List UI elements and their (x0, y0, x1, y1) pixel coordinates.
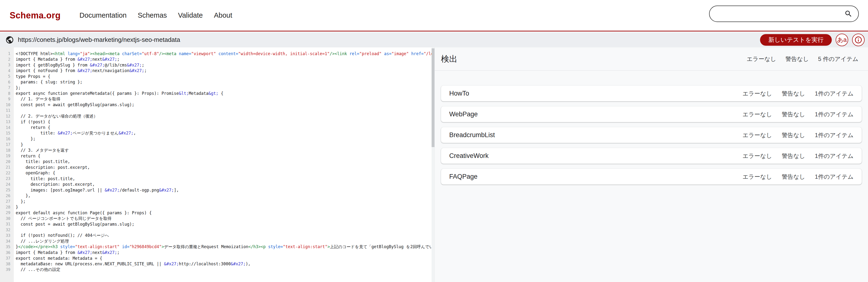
code-line: 6 params: { slug: string }; (0, 79, 432, 85)
toolbar-actions: 新しいテストを実行 あa (760, 32, 865, 48)
code-text: openGraph: { (14, 170, 55, 175)
run-new-test-button[interactable]: 新しいテストを実行 (760, 34, 832, 46)
line-number: 17 (0, 142, 14, 147)
code-text: export default async function Page({ par… (14, 210, 152, 215)
code-text: }; (14, 199, 26, 204)
nav-validate[interactable]: Validate (178, 11, 203, 19)
code-text: export const metadata: Metadata = { (14, 256, 102, 261)
info-button[interactable] (852, 34, 865, 46)
item-errors: エラーなし (742, 90, 772, 97)
code-text: import { getBlogBySlug } from &#x27;@/li… (14, 63, 144, 67)
line-number: 37 (0, 256, 14, 260)
code-line: 25 images: [post.ogImage?.url || &#x27;/… (0, 187, 432, 193)
code-text: // ...その他の設定 (14, 267, 60, 272)
code-text: <!DOCTYPE html><html lang="ja"><head><me… (14, 51, 432, 56)
code-text: title: post.title, (14, 176, 75, 181)
schema-org-logo[interactable]: Schema.org (10, 10, 61, 21)
line-number: 30 (0, 216, 14, 221)
line-number: 24 (0, 182, 14, 187)
line-number: 7 (0, 85, 14, 90)
detected-panel: 検出 エラーなし 警告なし 5 件のアイテム HowTo エラーなし 警告なし … (434, 48, 868, 282)
line-number: 27 (0, 199, 14, 204)
code-line: 38 metadataBase: new URL(process.env.NEX… (0, 261, 432, 267)
item-warnings: 警告なし (782, 111, 805, 118)
code-text: export async function generateMetadata({… (14, 91, 223, 96)
detected-summary: エラーなし 警告なし 5 件のアイテム (747, 55, 858, 63)
code-line: 11 (0, 108, 432, 113)
code-line: 14 return { (0, 125, 432, 131)
code-text: import { notFound } from &#x27;next/navi… (14, 68, 147, 73)
item-type: FAQPage (449, 173, 477, 180)
item-count: 1件のアイテム (815, 111, 854, 118)
line-number: 19 (0, 153, 14, 158)
code-text: }</code></pre><h3 style="text-align:star… (14, 244, 432, 250)
code-scrollbar-thumb[interactable] (432, 48, 434, 147)
code-line: 37export const metadata: Metadata = { (0, 255, 432, 261)
summary-item-count: 5 件のアイテム (818, 55, 858, 63)
line-number: 25 (0, 188, 14, 192)
detected-item-breadcrumblist[interactable]: BreadcrumbList エラーなし 警告なし 1件のアイテム (441, 127, 862, 143)
line-number: 3 (0, 63, 14, 67)
detected-item-creativework[interactable]: CreativeWork エラーなし 警告なし 1件のアイテム (441, 148, 862, 164)
detected-item-faqpage[interactable]: FAQPage エラーなし 警告なし 1件のアイテム (441, 169, 862, 185)
item-warnings: 警告なし (782, 152, 805, 160)
code-line: 17 } (0, 142, 432, 147)
item-count: 1件のアイテム (815, 152, 854, 160)
item-count: 1件のアイテム (815, 173, 854, 181)
detected-item-webpage[interactable]: WebPage エラーなし 警告なし 1件のアイテム (441, 106, 862, 122)
code-text: const post = await getBlogBySlug(params.… (14, 102, 134, 107)
detected-title: 検出 (441, 53, 458, 64)
code-text: import { Metadata } from &#x27;next&#x27… (14, 250, 120, 255)
line-number: 21 (0, 165, 14, 170)
code-text: // 1. データを取得 (14, 96, 60, 102)
code-line: 15 title: &#x27;ページが見つかりません&#x27;, (0, 130, 432, 136)
item-warnings: 警告なし (782, 173, 805, 181)
line-number: 38 (0, 262, 14, 266)
test-url-toolbar: https://conets.jp/blogs/web-marketing/ne… (0, 32, 868, 48)
line-number: 16 (0, 137, 14, 141)
item-type: CreativeWork (449, 152, 489, 160)
line-number: 34 (0, 239, 14, 244)
code-text: type Props = { (14, 74, 50, 79)
tested-url: https://conets.jp/blogs/web-marketing/ne… (18, 36, 180, 44)
language-toggle-button[interactable]: あa (836, 34, 848, 46)
line-number: 26 (0, 194, 14, 198)
line-number: 35 (0, 245, 14, 249)
line-number: 20 (0, 159, 14, 164)
item-count: 1件のアイテム (815, 131, 854, 139)
line-number: 15 (0, 131, 14, 136)
search-input[interactable] (710, 6, 844, 21)
code-line: 28} (0, 204, 432, 210)
nav-about[interactable]: About (214, 11, 232, 19)
code-line: 23 title: post.title, (0, 176, 432, 181)
nav-documentation[interactable]: Documentation (80, 11, 127, 19)
code-line: 19 return { (0, 153, 432, 159)
detected-item-howto[interactable]: HowTo エラーなし 警告なし 1件のアイテム (441, 86, 862, 101)
site-header: Schema.org Documentation Schemas Validat… (0, 0, 868, 31)
code-line: 36import { Metadata } from &#x27;next&#x… (0, 250, 432, 256)
code-text: }; (14, 85, 21, 90)
line-number: 6 (0, 80, 14, 84)
globe-icon (5, 35, 14, 44)
line-number: 22 (0, 171, 14, 175)
code-text: description: post.excerpt, (14, 182, 95, 187)
detected-item-list: HowTo エラーなし 警告なし 1件のアイテム WebPage エラーなし 警… (441, 86, 862, 185)
code-text: if (!post) { (14, 119, 50, 124)
code-line: 1<!DOCTYPE html><html lang="ja"><head><m… (0, 51, 432, 57)
nav-schemas[interactable]: Schemas (138, 11, 167, 19)
line-number: 1 (0, 51, 14, 56)
item-errors: エラーなし (742, 173, 772, 181)
line-number: 18 (0, 148, 14, 152)
code-line: 10 const post = await getBlogBySlug(para… (0, 102, 432, 108)
item-errors: エラーなし (742, 111, 772, 118)
line-number: 39 (0, 267, 14, 272)
line-number: 5 (0, 74, 14, 79)
code-line: 21 description: post.excerpt, (0, 165, 432, 170)
code-line: 24 description: post.excerpt, (0, 181, 432, 188)
line-number: 28 (0, 205, 14, 209)
code-text: import { Metadata } from &#x27;next&#x27… (14, 57, 120, 62)
code-text: } (14, 205, 18, 209)
search-icon[interactable] (844, 10, 852, 18)
code-scrollbar[interactable] (432, 48, 434, 282)
code-text: }, (14, 193, 30, 198)
